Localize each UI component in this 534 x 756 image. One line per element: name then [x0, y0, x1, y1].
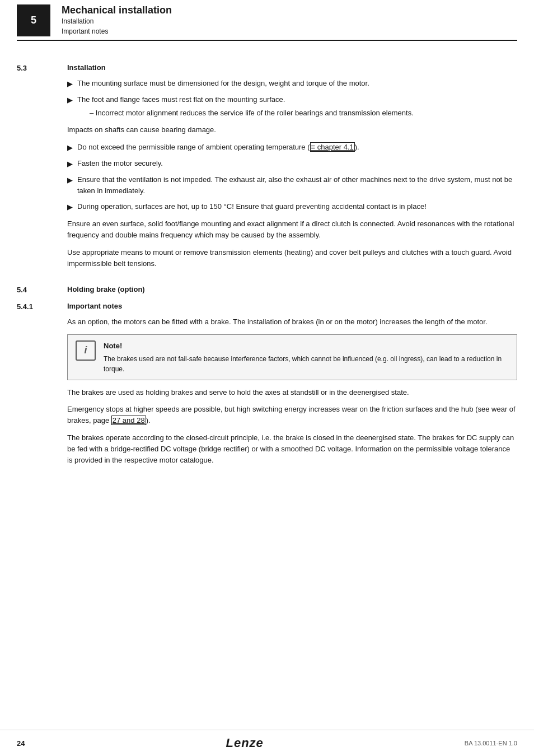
- page: 5 Mechanical installation Installation I…: [0, 0, 534, 756]
- note-title: Note!: [104, 340, 509, 352]
- bullet-text-fasten: Fasten the motor securely.: [77, 158, 163, 169]
- bullet-arrow-icon: ▶: [67, 95, 73, 106]
- main-content: 5.3 Installation ▶ The mounting surface …: [0, 41, 534, 514]
- section-5-4-1-title: Important notes: [67, 302, 122, 311]
- bullet-text-2-wrapper: The foot and flange faces must rest flat…: [77, 94, 414, 119]
- section-5-4-1-heading: 5.4.1 Important notes: [17, 302, 517, 311]
- section-5-3-heading: 5.3 Installation: [17, 63, 517, 72]
- bullet-list-2: ▶ Do not exceed the permissible range of…: [67, 142, 517, 213]
- para-closed-circuit: The brakes operate according to the clos…: [67, 432, 517, 466]
- bullet-arrow-icon: ▶: [67, 175, 73, 186]
- list-item: ▶ During operation, surfaces are hot, up…: [67, 201, 517, 213]
- section-5-4-num: 5.4: [17, 285, 67, 294]
- section-5-4-1-num: 5.4.1: [17, 302, 67, 311]
- section-5-3-title: Installation: [67, 63, 106, 72]
- lenze-logo: Lenze: [226, 736, 263, 750]
- section-5-3-content: ▶ The mounting surface must be dimension…: [67, 78, 517, 269]
- bullet-arrow-icon: ▶: [67, 158, 73, 170]
- bullet-list-1: ▶ The mounting surface must be dimension…: [67, 78, 517, 119]
- bullet-text-1: The mounting surface must be dimensioned…: [77, 78, 369, 89]
- page-header: 5 Mechanical installation Installation I…: [17, 0, 517, 41]
- ref-link-chapter[interactable]: ≡ chapter 4.1: [310, 142, 355, 152]
- para-even-surface: Ensure an even surface, solid foot/flang…: [67, 218, 517, 241]
- bullet-text-temperature: During operation, surfaces are hot, up t…: [77, 201, 427, 212]
- bullet-arrow-icon: ▶: [67, 202, 73, 213]
- list-item: ▶ Do not exceed the permissible range of…: [67, 142, 517, 153]
- indent-spacer: [17, 316, 67, 466]
- para-transmission: Use appropriate means to mount or remove…: [67, 247, 517, 269]
- para-holding-brakes: The brakes are used as holding brakes an…: [67, 387, 517, 398]
- bullet-text-ventilation: Ensure that the ventilation is not imped…: [77, 174, 517, 197]
- chapter-title: Mechanical installation: [62, 4, 172, 16]
- bullet-text-ambient: Do not exceed the permissible range of a…: [77, 142, 359, 153]
- page-footer: 24 Lenze BA 13.0011-EN 1.0: [0, 730, 534, 756]
- para-brake-intro: As an option, the motors can be fitted w…: [67, 316, 517, 328]
- section-5-4-title: Holding brake (option): [67, 285, 145, 294]
- section-5-3-body: ▶ The mounting surface must be dimension…: [17, 78, 517, 269]
- bullet-arrow-icon: ▶: [67, 78, 73, 90]
- info-icon: i: [76, 340, 96, 361]
- breadcrumb-line2: Important notes: [62, 26, 172, 36]
- header-text: Mechanical installation Installation Imp…: [50, 4, 172, 36]
- sub-bullet-content: – Incorrect motor alignment reduces the …: [90, 109, 414, 117]
- sub-bullet-text: – Incorrect motor alignment reduces the …: [86, 108, 414, 119]
- breadcrumb-line1: Installation: [62, 16, 172, 26]
- list-item: ▶ Fasten the motor securely.: [67, 158, 517, 170]
- list-item: ▶ The foot and flange faces must rest fl…: [67, 94, 517, 119]
- section-5-4-heading: 5.4 Holding brake (option): [17, 285, 517, 294]
- section-5-3-num: 5.3: [17, 63, 67, 72]
- para-bearing-damage: Impacts on shafts can cause bearing dama…: [67, 124, 517, 136]
- section-5-4-1-body: As an option, the motors can be fitted w…: [17, 316, 517, 466]
- note-box: i Note! The brakes used are not fail-saf…: [67, 334, 517, 380]
- list-item: ▶ Ensure that the ventilation is not imp…: [67, 174, 517, 197]
- section-number-badge: 5: [17, 4, 50, 36]
- section-5-4-1-content: As an option, the motors can be fitted w…: [67, 316, 517, 466]
- page-number: 24: [17, 739, 25, 748]
- page-link-27-28[interactable]: 27 and 28: [111, 416, 146, 425]
- bullet-arrow-icon: ▶: [67, 142, 73, 153]
- note-body: The brakes used are not fail-safe becaus…: [104, 354, 509, 374]
- document-code: BA 13.0011-EN 1.0: [465, 740, 517, 746]
- indent-spacer: [17, 78, 67, 269]
- bullet-text-2: The foot and flange faces must rest flat…: [77, 95, 285, 104]
- note-content: Note! The brakes used are not fail-safe …: [104, 340, 509, 374]
- para-emergency-stops: Emergency stops at higher speeds are pos…: [67, 404, 517, 426]
- list-item: ▶ The mounting surface must be dimension…: [67, 78, 517, 90]
